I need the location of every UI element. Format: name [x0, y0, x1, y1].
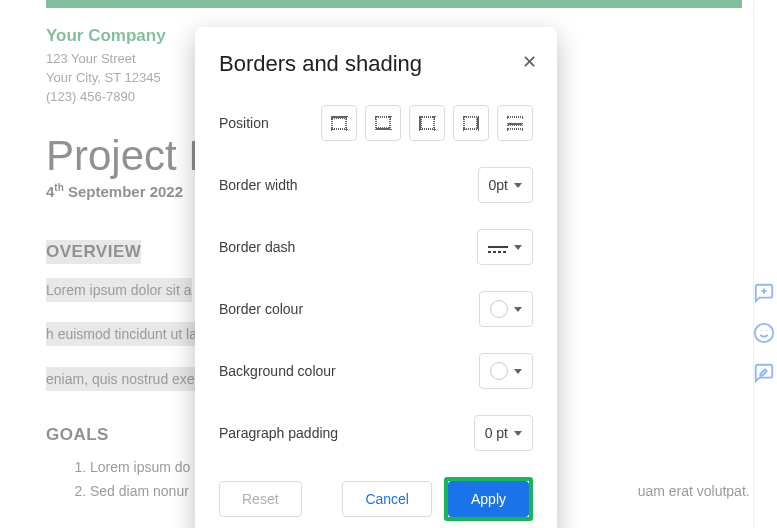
reset-button[interactable]: Reset [219, 481, 302, 517]
chevron-down-icon [514, 369, 522, 374]
row-border-width: Border width 0pt [219, 167, 533, 203]
background-colour-label: Background colour [219, 363, 336, 379]
chevron-down-icon [514, 431, 522, 436]
dialog-footer: Reset Cancel Apply [219, 477, 533, 521]
border-width-label: Border width [219, 177, 298, 193]
border-dash-select[interactable] [477, 229, 533, 265]
position-label: Position [219, 115, 269, 131]
chevron-down-icon [514, 245, 522, 250]
paragraph-padding-value: 0 pt [485, 425, 508, 441]
apply-highlight: Apply [444, 477, 533, 521]
border-width-value: 0pt [489, 177, 508, 193]
border-between-icon[interactable] [497, 105, 533, 141]
position-buttons [321, 105, 533, 141]
colour-swatch-icon [490, 362, 508, 380]
apply-button[interactable]: Apply [448, 481, 529, 517]
row-border-colour: Border colour [219, 291, 533, 327]
border-colour-select[interactable] [479, 291, 533, 327]
border-colour-label: Border colour [219, 301, 303, 317]
dash-swatch-icon [488, 246, 508, 248]
colour-swatch-icon [490, 300, 508, 318]
paragraph-padding-label: Paragraph padding [219, 425, 338, 441]
dialog-title: Borders and shading [219, 51, 533, 77]
border-left-icon[interactable] [409, 105, 445, 141]
paragraph-padding-select[interactable]: 0 pt [474, 415, 533, 451]
chevron-down-icon [514, 183, 522, 188]
row-border-dash: Border dash [219, 229, 533, 265]
borders-shading-dialog: Borders and shading ✕ Position Border wi… [195, 27, 557, 528]
border-bottom-icon[interactable] [365, 105, 401, 141]
border-right-icon[interactable] [453, 105, 489, 141]
border-top-icon[interactable] [321, 105, 357, 141]
row-position: Position [219, 105, 533, 141]
cancel-button[interactable]: Cancel [342, 481, 432, 517]
row-background-colour: Background colour [219, 353, 533, 389]
row-paragraph-padding: Paragraph padding 0 pt [219, 415, 533, 451]
border-dash-label: Border dash [219, 239, 295, 255]
border-width-select[interactable]: 0pt [478, 167, 533, 203]
chevron-down-icon [514, 307, 522, 312]
background-colour-select[interactable] [479, 353, 533, 389]
close-icon[interactable]: ✕ [522, 51, 537, 73]
